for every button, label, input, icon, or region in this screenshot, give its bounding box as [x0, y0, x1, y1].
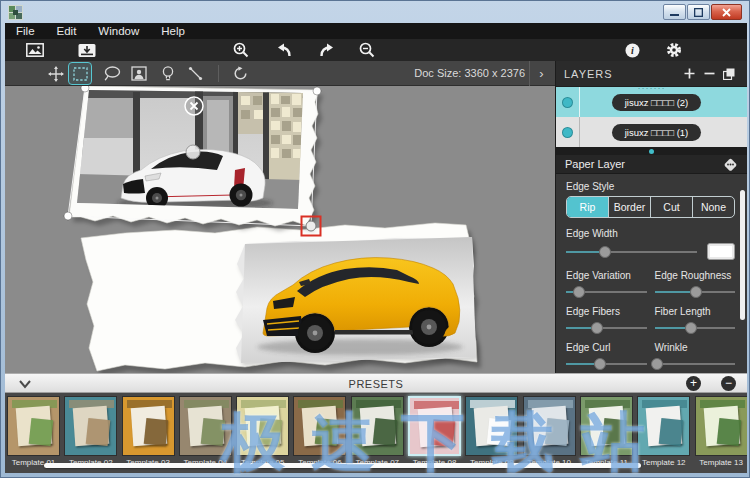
maximize-button[interactable]: [687, 4, 710, 20]
layer-list-pager[interactable]: [556, 147, 747, 155]
slider-thumb[interactable]: [690, 286, 702, 298]
paper-layer-title: Paper Layer: [565, 158, 723, 170]
paper-layer-1[interactable]: [81, 223, 481, 373]
zoom-in-button[interactable]: [229, 40, 253, 60]
paper-layer-2[interactable]: [64, 86, 323, 236]
fiber-length-label: Fiber Length: [655, 306, 736, 317]
preset-thumbnail: [408, 396, 461, 456]
presets-bar: PRESETS + −: [5, 373, 747, 393]
slider-thumb[interactable]: [573, 286, 585, 298]
photo-yellow-suv[interactable]: [233, 234, 481, 366]
layer-name: jisuxz □□□□ (2): [612, 94, 702, 111]
new-image-button[interactable]: [23, 40, 47, 60]
line-tool[interactable]: [184, 63, 206, 84]
edge-style-none-button[interactable]: None: [692, 197, 734, 217]
info-icon: i: [625, 43, 640, 58]
fiber-length-slider[interactable]: [655, 321, 736, 335]
zoom-out-button[interactable]: [355, 40, 379, 60]
layer-row-2[interactable]: ······· jisuxz □□□□ (2): [556, 87, 747, 117]
preset-list: Template 01Template 02Template 03Templat…: [7, 396, 747, 467]
panel-scrollbar[interactable]: [740, 190, 745, 320]
redo-button[interactable]: [315, 40, 339, 60]
layer-name: jisuxz □□□□ (1): [612, 124, 702, 141]
center-handle[interactable]: [186, 145, 200, 159]
preset-thumbnail: [293, 396, 346, 456]
portrait-tool[interactable]: [128, 63, 150, 84]
minimize-button[interactable]: [663, 4, 686, 20]
add-preset-button[interactable]: +: [686, 376, 701, 391]
remove-preset-button[interactable]: −: [721, 376, 736, 391]
preset-item[interactable]: Template 08: [408, 396, 461, 467]
rotate-icon: [233, 66, 248, 81]
preset-item[interactable]: Template 09: [465, 396, 518, 467]
rotate-tool[interactable]: [229, 63, 251, 84]
canvas-area[interactable]: [5, 86, 555, 373]
lasso-tool[interactable]: [101, 63, 123, 84]
layers-title: LAYERS: [564, 68, 679, 80]
move-tool[interactable]: [45, 63, 67, 84]
slider-thumb[interactable]: [599, 246, 611, 258]
layer-row-1[interactable]: jisuxz □□□□ (1): [556, 117, 747, 147]
layer-visibility-toggle[interactable]: [556, 117, 580, 147]
edge-style-border-button[interactable]: Border: [608, 197, 650, 217]
edge-width-slider[interactable]: [566, 245, 697, 259]
visibility-dot-icon: [562, 127, 573, 138]
close-button[interactable]: [711, 4, 742, 20]
preset-item[interactable]: Template 11: [580, 396, 633, 467]
preset-item[interactable]: Template 04: [179, 396, 232, 467]
slider-thumb[interactable]: [591, 322, 603, 334]
menu-help[interactable]: Help: [150, 23, 196, 39]
preset-item[interactable]: Template 02: [64, 396, 117, 467]
edge-style-segments: RipBorderCutNone: [566, 196, 735, 218]
doc-size-label: Doc Size: 3360 x 2376: [414, 61, 525, 86]
preset-item[interactable]: Template 12: [637, 396, 690, 467]
preset-item[interactable]: Template 10: [523, 396, 576, 467]
preset-item[interactable]: Template 05: [236, 396, 289, 467]
edge-curl-label: Edge Curl: [566, 342, 647, 353]
settings-button[interactable]: [662, 40, 686, 60]
edge-color-swatch[interactable]: [707, 243, 735, 260]
edge-style-rip-button[interactable]: Rip: [567, 197, 608, 217]
edge-roughness-slider[interactable]: [655, 285, 736, 299]
preset-item[interactable]: Template 07: [351, 396, 404, 467]
preset-thumbnail: [7, 396, 60, 456]
duplicate-icon: [723, 68, 735, 80]
undo-button[interactable]: [272, 40, 296, 60]
edge-fibers-slider[interactable]: [566, 321, 647, 335]
handle-top-right[interactable]: [313, 87, 321, 95]
edge-curl-slider[interactable]: [566, 357, 647, 371]
preset-item[interactable]: Template 13: [695, 396, 747, 467]
menu-edit[interactable]: Edit: [46, 23, 88, 39]
lasso-icon: [104, 66, 121, 81]
preset-item[interactable]: Template 03: [122, 396, 175, 467]
title-bar[interactable]: [1, 1, 749, 23]
export-button[interactable]: [75, 40, 99, 60]
presets-scrollbar[interactable]: [44, 463, 641, 468]
menu-window[interactable]: Window: [87, 23, 150, 39]
edge-variation-slider[interactable]: [566, 285, 647, 299]
remove-layer-button[interactable]: [699, 65, 719, 83]
marquee-tool[interactable]: [69, 63, 91, 84]
slider-thumb[interactable]: [685, 322, 697, 334]
lighting-tool[interactable]: [157, 63, 179, 84]
layer-visibility-toggle[interactable]: [556, 87, 580, 117]
menu-file[interactable]: File: [5, 23, 46, 39]
wrinkle-slider[interactable]: [655, 357, 736, 371]
handle-top-left[interactable]: [81, 86, 89, 92]
duplicate-layer-button[interactable]: [719, 65, 739, 83]
preset-item[interactable]: Template 06: [293, 396, 346, 467]
preset-thumbnail: [695, 396, 747, 456]
randomize-icon[interactable]: [723, 157, 738, 172]
edge-style-cut-button[interactable]: Cut: [650, 197, 692, 217]
slider-thumb[interactable]: [651, 358, 663, 370]
preset-item[interactable]: Template 01: [7, 396, 60, 467]
handle-bottom-left[interactable]: [64, 212, 72, 220]
preset-thumbnail: [351, 396, 404, 456]
add-layer-button[interactable]: [679, 65, 699, 83]
slider-thumb[interactable]: [594, 358, 606, 370]
info-button[interactable]: i: [620, 40, 644, 60]
doc-size-chevron-button[interactable]: ›: [529, 61, 553, 86]
delete-photo-button[interactable]: [185, 97, 203, 115]
edge-variation-label: Edge Variation: [566, 270, 647, 281]
preset-thumbnail: [523, 396, 576, 456]
